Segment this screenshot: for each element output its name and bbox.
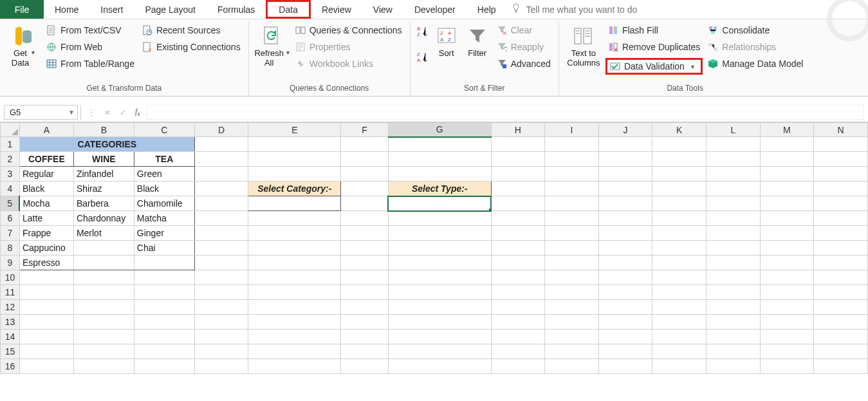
cell-G13[interactable] (388, 315, 491, 330)
filter-button[interactable]: Filter (463, 24, 492, 70)
cell-C12[interactable] (134, 300, 194, 315)
cell-K10[interactable] (652, 270, 706, 285)
cell-J4[interactable] (598, 182, 652, 196)
tab-formulas[interactable]: Formulas (207, 0, 266, 19)
cell-G11[interactable] (388, 285, 491, 300)
cell-A9[interactable]: Espresso (19, 256, 73, 270)
advanced-button[interactable]: Advanced (494, 58, 553, 70)
row-header-12[interactable]: 12 (1, 300, 20, 315)
cell-M11[interactable] (760, 285, 814, 300)
cell-F13[interactable] (341, 315, 389, 330)
cell-I4[interactable] (545, 182, 599, 196)
remove-duplicates-button[interactable]: Remove Duplicates (605, 41, 703, 53)
col-header-D[interactable]: D (194, 123, 248, 137)
cell-B3[interactable]: Zinfandel (73, 167, 134, 182)
cell-J5[interactable] (598, 196, 652, 211)
cell-A7[interactable]: Frappe (19, 226, 73, 241)
cell-K5[interactable] (652, 196, 706, 211)
cell-I8[interactable] (545, 241, 599, 256)
refresh-all-button[interactable]: Refresh All (254, 24, 290, 70)
cell-F8[interactable] (341, 241, 389, 256)
cell-G3[interactable] (388, 167, 491, 182)
cell-D13[interactable] (194, 315, 248, 330)
cell-F10[interactable] (341, 270, 389, 285)
cell-K1[interactable] (652, 137, 706, 152)
cell-N7[interactable] (814, 226, 868, 241)
cell-B6[interactable]: Chardonnay (73, 211, 134, 226)
relationships-button[interactable]: Relationships (705, 41, 806, 53)
cell-L12[interactable] (706, 300, 761, 315)
cell-F14[interactable] (341, 330, 389, 344)
tab-view[interactable]: View (362, 0, 403, 19)
cell-A16[interactable] (19, 359, 73, 374)
cell-L1[interactable] (706, 137, 761, 152)
cell-I16[interactable] (545, 359, 599, 374)
cell-H11[interactable] (491, 285, 545, 300)
cell-N10[interactable] (814, 270, 868, 285)
cell-J7[interactable] (598, 226, 652, 241)
cell-D12[interactable] (194, 300, 248, 315)
cell-I7[interactable] (545, 226, 599, 241)
cell-H16[interactable] (491, 359, 545, 374)
cell-C13[interactable] (134, 315, 194, 330)
row-header-11[interactable]: 11 (1, 285, 20, 300)
cell-G8[interactable] (388, 241, 491, 256)
cell-K16[interactable] (652, 359, 706, 374)
cell-F2[interactable] (341, 152, 389, 167)
clear-button[interactable]: Clear (494, 24, 553, 36)
cell-C6[interactable]: Matcha (134, 211, 194, 226)
tab-data[interactable]: Data (266, 0, 311, 19)
cell-A12[interactable] (19, 300, 73, 315)
tab-page-layout[interactable]: Page Layout (134, 0, 207, 19)
recent-sources-button[interactable]: Recent Sources (140, 24, 243, 36)
cell-L16[interactable] (706, 359, 761, 374)
cell-I14[interactable] (545, 330, 599, 344)
cell-H9[interactable] (491, 256, 545, 270)
cell-K14[interactable] (652, 330, 706, 344)
cell-B12[interactable] (73, 300, 134, 315)
cell-B2[interactable]: WINE (73, 152, 134, 167)
row-header-7[interactable]: 7 (1, 226, 20, 241)
cell-M3[interactable] (760, 167, 814, 182)
cell-I11[interactable] (545, 285, 599, 300)
cell-L11[interactable] (706, 285, 761, 300)
cell-F3[interactable] (341, 167, 389, 182)
cell-I6[interactable] (545, 211, 599, 226)
cell-D9[interactable] (194, 256, 248, 270)
cell-K12[interactable] (652, 300, 706, 315)
cell-F1[interactable] (341, 137, 389, 152)
row-header-2[interactable]: 2 (1, 152, 20, 167)
data-validation-button[interactable]: Data Validation (605, 58, 703, 75)
cell-A10[interactable] (19, 270, 73, 285)
cell-L5[interactable] (706, 196, 761, 211)
cell-C2[interactable]: TEA (134, 152, 194, 167)
cell-H6[interactable] (491, 211, 545, 226)
cell-L8[interactable] (706, 241, 761, 256)
cell-B15[interactable] (73, 344, 134, 359)
cell-C15[interactable] (134, 344, 194, 359)
cell-M14[interactable] (760, 330, 814, 344)
spreadsheet-grid[interactable]: ABCDEFGHIJKLMN1CATEGORIES2COFFEEWINETEA3… (0, 122, 868, 374)
existing-connections-button[interactable]: Existing Connections (140, 41, 243, 53)
col-header-H[interactable]: H (491, 123, 545, 137)
cell-N2[interactable] (814, 152, 868, 167)
cell-B13[interactable] (73, 315, 134, 330)
row-header-10[interactable]: 10 (1, 270, 20, 285)
row-header-9[interactable]: 9 (1, 256, 20, 270)
cell-F12[interactable] (341, 300, 389, 315)
col-header-K[interactable]: K (652, 123, 706, 137)
cell-B4[interactable]: Shiraz (73, 182, 134, 196)
cell-G7[interactable] (388, 226, 491, 241)
cell-F15[interactable] (341, 344, 389, 359)
cell-H12[interactable] (491, 300, 545, 315)
cell-G12[interactable] (388, 300, 491, 315)
cell-E13[interactable] (248, 315, 341, 330)
cell-H5[interactable] (491, 196, 545, 211)
cell-N1[interactable] (814, 137, 868, 152)
cell-G14[interactable] (388, 330, 491, 344)
cell-L6[interactable] (706, 211, 761, 226)
cell-F5[interactable] (341, 196, 389, 211)
flash-fill-button[interactable]: Flash Fill (605, 24, 703, 36)
col-header-G[interactable]: G (388, 123, 491, 137)
cell-G10[interactable] (388, 270, 491, 285)
